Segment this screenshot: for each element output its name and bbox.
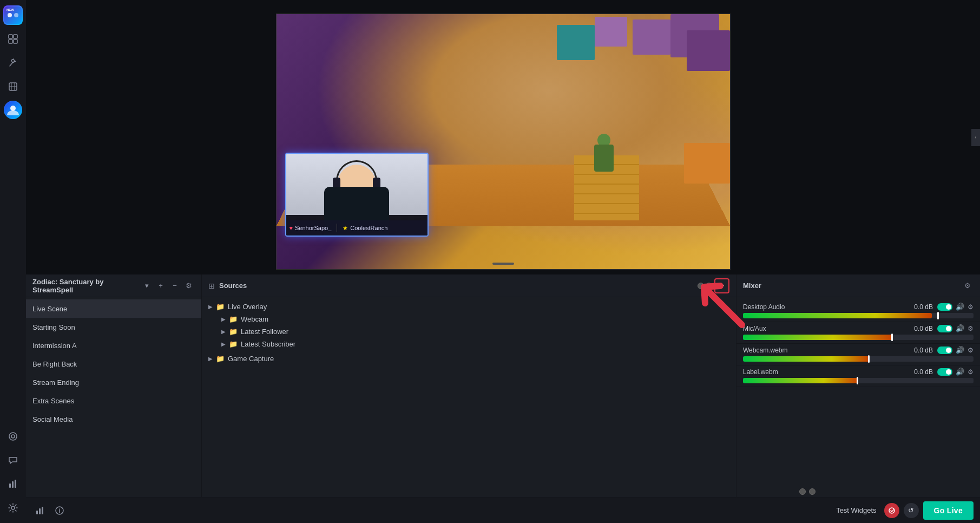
- scenes-settings-btn[interactable]: ⚙: [183, 280, 195, 292]
- scene-item-live-label: Live Scene: [32, 305, 67, 313]
- reset-btn[interactable]: ↺: [904, 503, 919, 518]
- sources-panel: ⊞ Sources + ▶ 📁: [202, 274, 736, 523]
- svg-point-21: [889, 508, 895, 513]
- mixer-webcam-controls: 🔊 ⚙: [937, 346, 974, 354]
- mixer-desktop-toggle[interactable]: [937, 303, 952, 311]
- svg-rect-4: [9, 35, 12, 38]
- heart-icon: ♥: [290, 225, 293, 231]
- sources-bottom-vis: [797, 486, 818, 497]
- collapse-arrow[interactable]: ‹: [971, 129, 980, 146]
- scene-item-extra[interactable]: Extra Scenes: [26, 391, 201, 410]
- source-group-game-capture-header[interactable]: ▶ 📁 Game Capture: [202, 352, 736, 365]
- live-overlay-folder-icon: 📁: [216, 303, 225, 311]
- mixer-desktop-track[interactable]: [743, 313, 974, 318]
- source-group-live-overlay-header[interactable]: ▶ 📁 Live Overlay: [202, 300, 736, 313]
- webcam-info-bar: ♥ SenhorSapo_ ★ CoolestRanch: [286, 220, 427, 236]
- sidebar-item-scenes[interactable]: [3, 29, 23, 49]
- mixer-desktop-handle[interactable]: [937, 312, 939, 319]
- scenes-dropdown-btn[interactable]: ▾: [141, 280, 153, 292]
- sidebar-item-store[interactable]: [3, 77, 23, 96]
- mixer-label-track[interactable]: [743, 378, 974, 383]
- mixer-mic-header: Mic/Aux 0.0 dB 🔊 ⚙: [743, 324, 974, 332]
- mixer-mic-toggle[interactable]: [937, 325, 952, 332]
- webcam-child-chevron: ▶: [221, 316, 226, 322]
- mixer-mic-vol-icon[interactable]: 🔊: [956, 324, 964, 332]
- sidebar-item-tools[interactable]: [3, 53, 23, 73]
- go-live-btn[interactable]: Go Live: [923, 501, 974, 520]
- mixer-webcam-vol-icon[interactable]: 🔊: [956, 346, 964, 354]
- scene-item-social-label: Social Media: [32, 415, 73, 423]
- mixer-webcam-fill: [743, 356, 870, 362]
- scene-item-live[interactable]: Live Scene: [26, 299, 201, 318]
- svg-rect-6: [9, 40, 12, 43]
- subscriber-folder: 📁: [229, 340, 238, 348]
- scene-item-ending[interactable]: Stream Ending: [26, 373, 201, 391]
- info-icon-btn[interactable]: [52, 503, 67, 518]
- scene-item-starting[interactable]: Starting Soon: [26, 318, 201, 336]
- mixer-settings-btn[interactable]: ⚙: [962, 280, 974, 292]
- mixer-label-vol-icon[interactable]: 🔊: [956, 368, 964, 376]
- svg-rect-17: [36, 511, 38, 514]
- mixer-webcam-toggle[interactable]: [937, 347, 952, 354]
- mixer-list: Desktop Audio 0.0 dB 🔊 ⚙: [736, 297, 980, 523]
- sources-list: ▶ 📁 Live Overlay ▶ 📁 Webcam ▶ 📁: [202, 297, 736, 523]
- webcam-bar-divider: [337, 224, 337, 232]
- scene-item-intermission[interactable]: Intermission A: [26, 336, 201, 355]
- stats-icon-btn[interactable]: [32, 503, 48, 518]
- mixer-label-toggle[interactable]: [937, 368, 952, 376]
- mixer-webcam-db: 0.0 dB: [914, 347, 933, 354]
- scenes-add-btn[interactable]: +: [155, 280, 167, 292]
- username-2-item: ★ CoolestRanch: [343, 225, 387, 232]
- scenes-remove-btn[interactable]: −: [169, 280, 181, 292]
- sidebar-item-settings[interactable]: [3, 498, 23, 518]
- mixer-mic-controls: 🔊 ⚙: [937, 324, 974, 332]
- mixer-label-gear-icon[interactable]: ⚙: [968, 368, 974, 376]
- sidebar-item-avatar[interactable]: [4, 101, 22, 119]
- mixer-title: Mixer: [743, 282, 962, 290]
- scene-item-ending-label: Stream Ending: [32, 378, 79, 387]
- panel-row: Zodiac: Sanctuary by StreamSpell ▾ + − ⚙…: [26, 274, 980, 523]
- character-silhouette: [593, 134, 615, 177]
- sources-filter-icon[interactable]: ⊞: [208, 282, 215, 290]
- mixer-webcam-track[interactable]: [743, 356, 974, 362]
- source-child-webcam[interactable]: ▶ 📁 Webcam: [215, 313, 736, 325]
- mixer-label-handle[interactable]: [857, 377, 858, 384]
- mixer-label-fill: [743, 378, 858, 383]
- svg-rect-13: [9, 483, 11, 488]
- cube-orange: [684, 143, 730, 184]
- svg-rect-7: [14, 40, 17, 43]
- mixer-webcam-gear-icon[interactable]: ⚙: [968, 347, 974, 354]
- cube-2: [633, 19, 670, 55]
- scene-item-brb[interactable]: Be Right Back: [26, 355, 201, 373]
- latest-subscriber-name: Latest Subscriber: [241, 340, 295, 348]
- svg-point-2: [14, 13, 18, 17]
- sidebar-item-chat[interactable]: [3, 450, 23, 470]
- mixer-header: Mixer ⚙: [736, 274, 980, 297]
- source-child-latest-follower[interactable]: ▶ 📁 Latest Follower: [215, 325, 736, 338]
- test-btn[interactable]: [884, 503, 899, 518]
- mixer-desktop-gear-icon[interactable]: ⚙: [968, 303, 974, 311]
- svg-text:NEW: NEW: [6, 8, 14, 11]
- preview-drag-handle[interactable]: [492, 263, 514, 265]
- mixer-webcam-handle[interactable]: [868, 355, 870, 363]
- mixer-mic-track[interactable]: [743, 335, 974, 340]
- scene-item-extra-label: Extra Scenes: [32, 397, 74, 405]
- svg-point-10: [10, 106, 16, 111]
- scene-item-starting-label: Starting Soon: [32, 323, 75, 331]
- scene-item-social[interactable]: Social Media: [26, 410, 201, 428]
- game-capture-name: Game Capture: [228, 355, 274, 363]
- source-child-latest-subscriber[interactable]: ▶ 📁 Latest Subscriber: [215, 338, 736, 350]
- sidebar-brand[interactable]: NEW: [3, 5, 23, 25]
- follower-chevron: ▶: [221, 329, 226, 335]
- mixer-mic-gear-icon[interactable]: ⚙: [968, 325, 974, 332]
- sidebar-item-stats[interactable]: [3, 474, 23, 494]
- mixer-label-controls: 🔊 ⚙: [937, 368, 974, 376]
- mixer-mic-handle[interactable]: [891, 334, 893, 341]
- mixer-item-desktop: Desktop Audio 0.0 dB 🔊 ⚙: [736, 300, 980, 322]
- sidebar-item-alerts[interactable]: [3, 427, 23, 446]
- sources-add-btn[interactable]: +: [714, 278, 729, 293]
- vis-bottom-2: [809, 488, 815, 495]
- mixer-webcam-header: Webcam.webm 0.0 dB 🔊 ⚙: [743, 346, 974, 354]
- mixer-desktop-vol-icon[interactable]: 🔊: [956, 303, 964, 311]
- svg-point-12: [11, 435, 15, 438]
